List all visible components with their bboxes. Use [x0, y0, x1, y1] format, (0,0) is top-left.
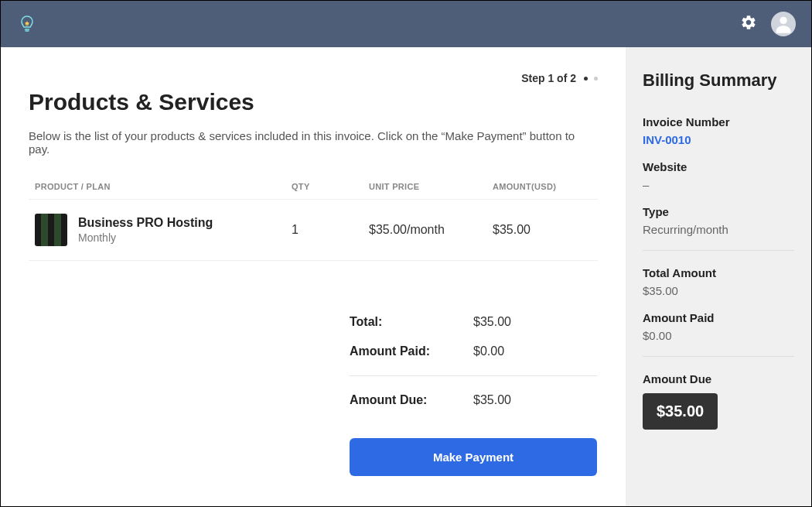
col-header-product: PRODUCT / PLAN — [29, 182, 292, 191]
invoice-number-label: Invoice Number — [643, 115, 794, 128]
sb-total-amount-label: Total Amount — [643, 266, 794, 279]
gear-icon[interactable] — [740, 14, 757, 34]
invoice-number-link[interactable]: INV-0010 — [643, 133, 794, 146]
amount-paid-value: $0.00 — [473, 344, 504, 358]
step-dot-inactive — [594, 77, 598, 81]
logo-icon[interactable] — [16, 13, 38, 35]
col-header-qty: QTY — [292, 182, 369, 191]
step-label: Step 1 of 2 — [521, 72, 576, 84]
page-title: Products & Services — [29, 89, 598, 115]
sb-amount-paid-label: Amount Paid — [643, 311, 794, 324]
total-value: $35.00 — [473, 315, 511, 329]
sb-amount-paid-value: $0.00 — [643, 329, 794, 342]
page-subtitle: Below is the list of your products & ser… — [29, 129, 598, 156]
step-dot-active — [584, 77, 588, 81]
product-name: Business PRO Hosting — [78, 216, 213, 230]
type-label: Type — [643, 205, 794, 218]
make-payment-button[interactable]: Make Payment — [350, 438, 597, 476]
cell-qty: 1 — [292, 223, 369, 237]
app-header — [1, 1, 811, 47]
table-row: Business PRO Hosting Monthly 1 $35.00/mo… — [29, 199, 598, 261]
sidebar-title: Billing Summary — [643, 70, 794, 91]
website-value: – — [643, 178, 794, 191]
totals-divider — [350, 375, 597, 376]
svg-point-0 — [780, 17, 786, 24]
sidebar-divider-2 — [643, 356, 794, 357]
type-value: Recurring/month — [643, 223, 794, 236]
sb-amount-due-label: Amount Due — [643, 372, 794, 385]
main-content: Step 1 of 2 Products & Services Below is… — [1, 47, 626, 506]
step-indicator: Step 1 of 2 — [29, 72, 598, 84]
sidebar-divider-1 — [643, 250, 794, 251]
table-header: PRODUCT / PLAN QTY UNIT PRICE AMOUNT(USD… — [29, 174, 598, 199]
totals-section: Total: $35.00 Amount Paid: $0.00 Amount … — [350, 307, 597, 415]
amount-due-value: $35.00 — [473, 393, 511, 407]
product-frequency: Monthly — [78, 231, 213, 244]
billing-summary-sidebar: Billing Summary Invoice Number INV-0010 … — [626, 47, 811, 506]
cell-amount: $35.00 — [493, 223, 598, 237]
sb-total-amount-value: $35.00 — [643, 284, 794, 297]
avatar[interactable] — [771, 12, 796, 36]
website-label: Website — [643, 160, 794, 173]
cell-unit-price: $35.00/month — [369, 223, 493, 237]
col-header-amount: AMOUNT(USD) — [493, 182, 598, 191]
amount-paid-label: Amount Paid: — [350, 344, 473, 358]
amount-due-label: Amount Due: — [350, 393, 473, 407]
sb-amount-due-value: $35.00 — [643, 393, 718, 430]
col-header-price: UNIT PRICE — [369, 182, 493, 191]
product-image — [35, 214, 67, 246]
total-label: Total: — [350, 315, 473, 329]
